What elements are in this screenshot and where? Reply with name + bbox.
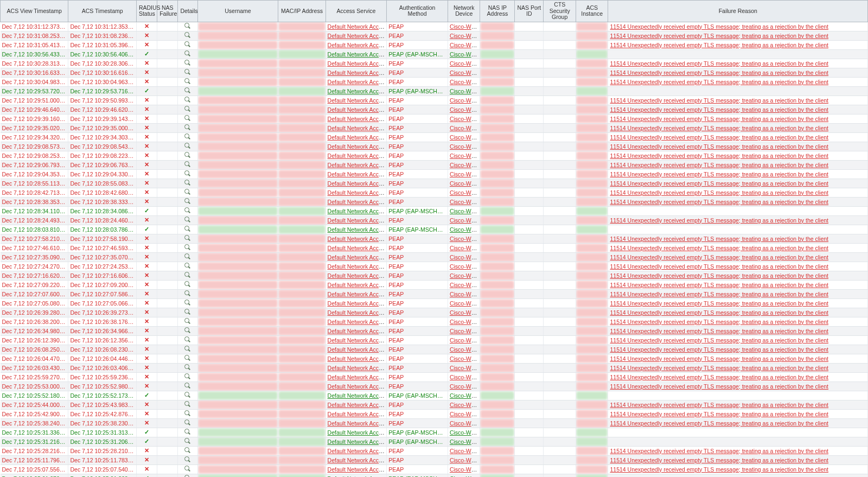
failure-reason-link[interactable]: 11514 Unexpectedly received empty TLS me… [610, 254, 828, 260]
magnifier-icon[interactable] [184, 309, 191, 315]
failure-reason-link[interactable]: 11514 Unexpectedly received empty TLS me… [610, 23, 828, 30]
failure-reason-link[interactable]: 11514 Unexpectedly received empty TLS me… [610, 180, 828, 187]
access-service-link[interactable]: Default Network Access [328, 152, 387, 159]
failure-reason-link[interactable]: 11514 Unexpectedly received empty TLS me… [610, 337, 828, 344]
access-service-link[interactable]: Default Network Access [328, 438, 387, 445]
magnifier-icon[interactable] [184, 152, 191, 158]
access-service-link[interactable]: Default Network Access [328, 134, 387, 141]
magnifier-icon[interactable] [184, 170, 191, 177]
magnifier-icon[interactable] [184, 410, 191, 417]
magnifier-icon[interactable] [184, 143, 191, 149]
magnifier-icon[interactable] [184, 447, 191, 454]
failure-reason-link[interactable]: 11514 Unexpectedly received empty TLS me… [610, 189, 828, 196]
magnifier-icon[interactable] [184, 180, 191, 186]
col-header[interactable]: Access Service [326, 1, 387, 22]
access-service-link[interactable]: Default Network Access [328, 346, 387, 353]
access-service-link[interactable]: Default Network Access [328, 402, 387, 408]
magnifier-icon[interactable] [184, 300, 191, 306]
failure-reason-link[interactable]: 11514 Unexpectedly received empty TLS me… [610, 448, 828, 454]
network-device-link[interactable]: Cisco-WLC [450, 217, 478, 224]
access-service-link[interactable]: Default Network Access [328, 217, 387, 224]
failure-reason-link[interactable]: 11514 Unexpectedly received empty TLS me… [610, 383, 828, 390]
col-header[interactable]: NAS IP Address [480, 1, 515, 22]
failure-reason-link[interactable]: 11514 Unexpectedly received empty TLS me… [610, 411, 828, 417]
magnifier-icon[interactable] [184, 124, 191, 131]
network-device-link[interactable]: Cisco-WLC [450, 189, 478, 196]
network-device-link[interactable]: Cisco-WLC [450, 383, 478, 390]
network-device-link[interactable]: Cisco-WLC [450, 60, 478, 67]
failure-reason-link[interactable]: 11514 Unexpectedly received empty TLS me… [610, 402, 828, 408]
access-service-link[interactable]: Default Network Access [328, 208, 387, 214]
col-header[interactable]: NAS Failure [157, 1, 178, 22]
network-device-link[interactable]: Cisco-WLC [450, 420, 478, 427]
magnifier-icon[interactable] [184, 373, 191, 380]
network-device-link[interactable]: Cisco-WLC [450, 106, 478, 113]
magnifier-icon[interactable] [184, 217, 191, 223]
network-device-link[interactable]: Cisco-WLC [450, 125, 478, 131]
magnifier-icon[interactable] [184, 355, 191, 361]
magnifier-icon[interactable] [184, 207, 191, 214]
magnifier-icon[interactable] [184, 189, 191, 195]
magnifier-icon[interactable] [184, 401, 191, 408]
magnifier-icon[interactable] [184, 50, 191, 57]
col-header[interactable]: Network Device [448, 1, 480, 22]
magnifier-icon[interactable] [184, 253, 191, 260]
network-device-link[interactable]: Cisco-WLC [450, 457, 478, 463]
access-service-link[interactable]: Default Network Access [328, 180, 387, 187]
failure-reason-link[interactable]: 11514 Unexpectedly received empty TLS me… [610, 217, 828, 224]
magnifier-icon[interactable] [184, 466, 191, 472]
failure-reason-link[interactable]: 11514 Unexpectedly received empty TLS me… [610, 171, 828, 177]
magnifier-icon[interactable] [184, 327, 191, 334]
network-device-link[interactable]: Cisco-WLC [450, 337, 478, 344]
magnifier-icon[interactable] [184, 32, 191, 39]
failure-reason-link[interactable]: 11514 Unexpectedly received empty TLS me… [610, 236, 828, 242]
col-header[interactable]: ACS View Timestamp [1, 1, 68, 22]
magnifier-icon[interactable] [184, 106, 191, 112]
failure-reason-link[interactable]: 11514 Unexpectedly received empty TLS me… [610, 374, 828, 380]
magnifier-icon[interactable] [184, 263, 191, 269]
failure-reason-link[interactable]: 11514 Unexpectedly received empty TLS me… [610, 346, 828, 353]
magnifier-icon[interactable] [184, 161, 191, 168]
failure-reason-link[interactable]: 11514 Unexpectedly received empty TLS me… [610, 106, 828, 113]
failure-reason-link[interactable]: 11514 Unexpectedly received empty TLS me… [610, 42, 828, 48]
network-device-link[interactable]: Cisco-WLC [450, 346, 478, 353]
access-service-link[interactable]: Default Network Access [328, 116, 387, 122]
col-header[interactable]: ACS Instance [576, 1, 608, 22]
access-service-link[interactable]: Default Network Access [328, 448, 387, 454]
network-device-link[interactable]: Cisco-WLC [450, 475, 478, 477]
magnifier-icon[interactable] [184, 336, 191, 343]
failure-reason-link[interactable]: 11514 Unexpectedly received empty TLS me… [610, 355, 828, 362]
magnifier-icon[interactable] [184, 419, 191, 426]
network-device-link[interactable]: Cisco-WLC [450, 466, 478, 473]
network-device-link[interactable]: Cisco-WLC [450, 42, 478, 48]
access-service-link[interactable]: Default Network Access [328, 282, 387, 288]
failure-reason-link[interactable]: 11514 Unexpectedly received empty TLS me… [610, 319, 828, 325]
access-service-link[interactable]: Default Network Access [328, 355, 387, 362]
col-header[interactable]: Username [197, 1, 278, 22]
magnifier-icon[interactable] [184, 364, 191, 371]
failure-reason-link[interactable]: 11514 Unexpectedly received empty TLS me… [610, 69, 828, 76]
access-service-link[interactable]: Default Network Access [328, 466, 387, 473]
access-service-link[interactable]: Default Network Access [328, 236, 387, 242]
network-device-link[interactable]: Cisco-WLC [450, 33, 478, 39]
network-device-link[interactable]: Cisco-WLC [450, 226, 478, 233]
magnifier-icon[interactable] [184, 272, 191, 278]
access-service-link[interactable]: Default Network Access [328, 328, 387, 334]
failure-reason-link[interactable]: 11514 Unexpectedly received empty TLS me… [610, 272, 828, 279]
access-service-link[interactable]: Default Network Access [328, 429, 387, 436]
network-device-link[interactable]: Cisco-WLC [450, 171, 478, 177]
network-device-link[interactable]: Cisco-WLC [450, 402, 478, 408]
network-device-link[interactable]: Cisco-WLC [450, 116, 478, 122]
network-device-link[interactable]: Cisco-WLC [450, 365, 478, 371]
network-device-link[interactable]: Cisco-WLC [450, 245, 478, 251]
network-device-link[interactable]: Cisco-WLC [450, 208, 478, 214]
magnifier-icon[interactable] [184, 475, 191, 477]
access-service-link[interactable]: Default Network Access [328, 383, 387, 390]
access-service-link[interactable]: Default Network Access [328, 33, 387, 39]
magnifier-icon[interactable] [184, 78, 191, 85]
col-header[interactable]: MAC/IP Address [278, 1, 326, 22]
network-device-link[interactable]: Cisco-WLC [450, 355, 478, 362]
failure-reason-link[interactable]: 11514 Unexpectedly received empty TLS me… [610, 33, 828, 39]
network-device-link[interactable]: Cisco-WLC [450, 374, 478, 380]
failure-reason-link[interactable]: 11514 Unexpectedly received empty TLS me… [610, 282, 828, 288]
